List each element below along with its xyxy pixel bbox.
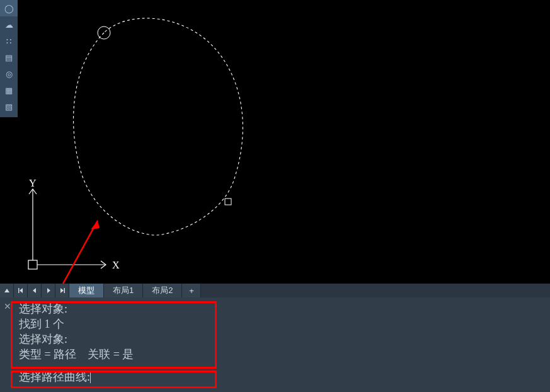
cloud-tool-button[interactable]: ☁ <box>0 16 18 33</box>
tab-layout2-label: 布局2 <box>152 285 173 296</box>
tab-add-button[interactable]: + <box>182 284 201 297</box>
left-toolbar: ◯ ☁ ∷ ▤ ◎ ▦ ▧ <box>0 0 18 117</box>
cloud-icon: ☁ <box>5 20 13 30</box>
svg-rect-0 <box>28 260 37 269</box>
tab-layout2[interactable]: 布局2 <box>143 284 182 297</box>
dots-icon: ∷ <box>6 37 11 46</box>
command-history: 选择对象: 找到 1 个 选择对象: 类型 = 路径 关联 = 是 <box>0 297 550 363</box>
svg-marker-7 <box>4 289 9 292</box>
svg-rect-8 <box>18 288 20 293</box>
tab-layout1[interactable]: 布局1 <box>104 284 143 297</box>
tab-layout1-label: 布局1 <box>113 285 134 296</box>
expand-up-button[interactable] <box>0 284 14 297</box>
svg-marker-11 <box>47 288 50 293</box>
svg-marker-9 <box>20 288 23 293</box>
last-tab-button[interactable] <box>55 284 69 297</box>
drawing-canvas[interactable]: X Y <box>18 0 550 297</box>
tab-model[interactable]: 模型 <box>69 284 104 297</box>
ring-icon: ◎ <box>6 69 13 79</box>
svg-marker-10 <box>33 288 36 293</box>
y-axis-label: Y <box>29 178 37 188</box>
plus-icon: + <box>189 286 194 296</box>
palette-tool-button[interactable]: ▧ <box>0 98 18 115</box>
first-tab-button[interactable] <box>14 284 28 297</box>
svg-rect-13 <box>64 288 65 293</box>
tab-model-label: 模型 <box>78 285 95 296</box>
command-panel: 选择对象: 找到 1 个 选择对象: 类型 = 路径 关联 = 是 选择路径曲线… <box>0 297 550 392</box>
close-command-button[interactable]: ✕ <box>4 301 11 311</box>
command-prompt-label: 选择路径曲线: <box>19 369 90 384</box>
circle-icon: ◯ <box>4 4 14 13</box>
svg-marker-12 <box>60 288 64 293</box>
command-input[interactable] <box>90 371 229 383</box>
surface-icon: ▤ <box>5 53 13 62</box>
grid-icon: ▦ <box>5 86 13 95</box>
dots-tool-button[interactable]: ∷ <box>0 33 18 49</box>
svg-rect-4 <box>225 199 231 205</box>
command-prompt: 选择路径曲线: <box>0 368 550 388</box>
grid-tool-button[interactable]: ▦ <box>0 82 18 98</box>
surface-tool-button[interactable]: ▤ <box>0 49 18 66</box>
x-axis-label: X <box>112 260 120 270</box>
palette-icon: ▧ <box>5 102 13 112</box>
ring-tool-button[interactable]: ◎ <box>0 66 18 82</box>
circle-tool-button[interactable]: ◯ <box>0 0 18 16</box>
prev-tab-button[interactable] <box>28 284 42 297</box>
layout-tab-bar: 模型 布局1 布局2 + <box>0 284 550 297</box>
next-tab-button[interactable] <box>42 284 55 297</box>
